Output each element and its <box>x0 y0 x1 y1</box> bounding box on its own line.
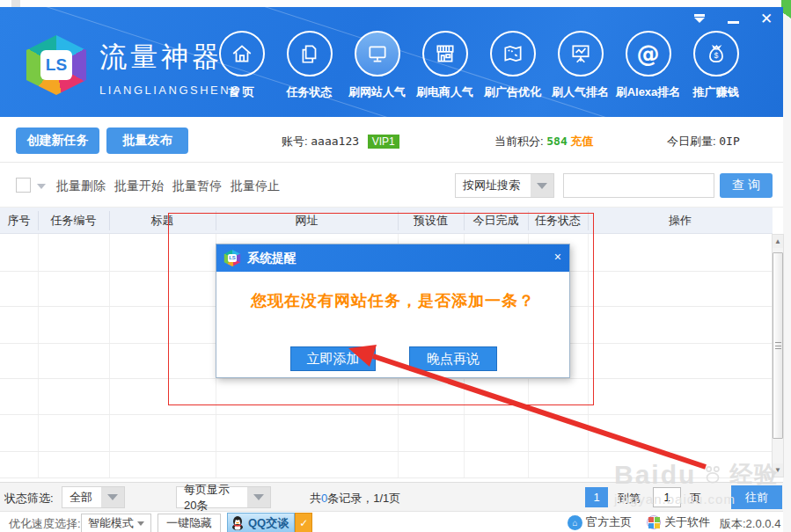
nav-item-website-traffic[interactable]: 刷网站人气 <box>343 31 411 100</box>
status-filter-label: 状态筛选: <box>4 491 54 506</box>
points-label: 当前积分: <box>494 135 544 148</box>
nav-item-home[interactable]: 首 页 <box>208 31 275 100</box>
account-info: 账号: aaaa123 VIP1 <box>282 134 399 149</box>
map-icon <box>490 31 536 77</box>
table-header: 序号 任务编号 标题 网址 预设值 今日完成 任务状态 操作 <box>0 208 773 234</box>
today-volume-info: 今日刷量: 0IP <box>667 134 740 149</box>
windows-flag-icon <box>647 515 661 529</box>
search-type-value: 按网址搜索 <box>456 178 531 193</box>
logo-monogram: LS <box>40 50 72 80</box>
current-page-button[interactable]: 1 <box>585 487 608 507</box>
col-header-index: 序号 <box>0 208 38 234</box>
col-header-done-today: 今日完成 <box>464 208 528 234</box>
nav-item-task-status[interactable]: 任务状态 <box>275 31 343 100</box>
chevron-down-icon <box>101 487 124 507</box>
col-header-status: 任务状态 <box>528 208 588 234</box>
col-header-preset: 预设值 <box>398 208 464 234</box>
window-controls: ✕ <box>690 11 776 26</box>
today-value: 0IP <box>719 135 739 148</box>
per-page-value: 每页显示20条 <box>177 482 247 514</box>
goto-page-input[interactable] <box>653 487 681 507</box>
col-header-url: 网址 <box>216 208 398 234</box>
batch-bar: 批量删除 批量开始 批量暂停 批量停止 按网址搜索 查 询 <box>0 164 783 208</box>
search-type-select[interactable]: 按网址搜索 <box>455 173 554 198</box>
nav-item-promote-earn[interactable]: $ 推广赚钱 <box>682 31 750 100</box>
search-input[interactable] <box>563 173 714 198</box>
nav-item-alexa-ranking[interactable]: @ 刷Alexa排名 <box>614 31 682 100</box>
scroll-up-icon[interactable]: ▲ <box>773 235 783 248</box>
desktop-background-right <box>783 0 791 532</box>
batch-start-link[interactable]: 批量开始 <box>114 179 164 194</box>
home-icon <box>219 31 265 77</box>
select-dropdown-icon[interactable] <box>37 184 46 189</box>
scroll-down-icon[interactable]: ▼ <box>773 463 783 477</box>
background-window-fragment <box>11 0 20 7</box>
goto-label: 到第 <box>618 491 641 506</box>
pagination-bar: 状态筛选: 全部 每页显示20条 共0条记录，1/1页 1 到第 页 往前 <box>0 482 783 511</box>
vip-badge: VIP1 <box>368 135 399 149</box>
nav-item-popularity-ranking[interactable]: 刷人气排名 <box>546 31 614 100</box>
one-key-hide-button[interactable]: 一键隐藏 <box>157 514 221 532</box>
about-software-link[interactable]: 关于软件 <box>647 514 710 530</box>
per-page-select[interactable]: 每页显示20条 <box>176 486 271 508</box>
qq-penguin-icon <box>231 515 245 531</box>
system-reminder-dialog: LS 系统提醒 × 您现在没有网站任务，是否添加一条？ 立即添加 晚点再说 <box>216 244 570 378</box>
qq-verified-icon: ✓ <box>295 513 312 532</box>
status-bar: 优化速度选择: 智能模式 一键隐藏 QQ交谈 ✓ ⌂ 官方主页 关于软件 版本: <box>0 511 783 532</box>
app-logo: LS <box>24 35 89 95</box>
screenshot-stage: ✕ LS 流量神器 LIANGLIANGSHENQI 首 页 <box>0 0 791 532</box>
forward-button[interactable]: 往前 <box>731 485 782 509</box>
col-header-actions: 操作 <box>588 208 773 234</box>
app-window: ✕ LS 流量神器 LIANGLIANGSHENQI 首 页 <box>0 7 783 532</box>
nav-item-ecommerce-traffic[interactable]: 刷电商人气 <box>411 31 479 100</box>
speed-label: 优化速度选择: <box>9 516 81 532</box>
svg-text:$: $ <box>714 51 718 60</box>
official-homepage-link[interactable]: ⌂ 官方主页 <box>568 514 632 530</box>
recharge-link[interactable]: 充值 <box>570 135 593 148</box>
minimize-icon[interactable] <box>723 11 743 26</box>
points-info: 当前积分: 584 充值 <box>494 134 593 149</box>
create-task-button[interactable]: 创建新任务 <box>16 128 99 154</box>
skin-icon[interactable] <box>690 11 709 26</box>
qq-chat-button[interactable]: QQ交谈 ✓ <box>227 513 312 532</box>
batch-delete-link[interactable]: 批量删除 <box>56 179 106 194</box>
later-button[interactable]: 晚点再说 <box>409 346 497 371</box>
home-circle-icon: ⌂ <box>568 515 582 530</box>
col-header-task-id: 任务编号 <box>38 208 109 234</box>
nav-item-ad-optimization[interactable]: 刷广告优化 <box>479 31 546 100</box>
chevron-down-icon <box>247 487 270 507</box>
account-label: 账号: <box>282 135 308 148</box>
speed-mode-select[interactable]: 智能模式 <box>81 514 151 532</box>
account-value: aaaa123 <box>311 135 359 148</box>
status-filter-select[interactable]: 全部 <box>62 486 125 508</box>
dialog-logo-icon: LS <box>223 250 241 266</box>
add-now-button[interactable]: 立即添加 <box>290 346 376 371</box>
monitor-icon <box>355 31 400 77</box>
at-icon: @ <box>626 31 671 77</box>
desktop-background-strip <box>0 0 791 7</box>
close-icon[interactable]: ✕ <box>757 11 776 26</box>
query-button[interactable]: 查 询 <box>720 173 773 198</box>
dialog-message: 您现在没有网站任务，是否添加一条？ <box>216 290 569 311</box>
dialog-title: 系统提醒 <box>247 251 297 266</box>
main-nav: 首 页 任务状态 刷网站人气 <box>208 31 750 100</box>
presentation-chart-icon <box>558 31 604 77</box>
today-label: 今日刷量: <box>667 135 716 148</box>
batch-stop-link[interactable]: 批量停止 <box>231 179 280 194</box>
dialog-titlebar[interactable]: LS 系统提醒 × <box>216 244 569 272</box>
chevron-down-icon <box>531 174 553 197</box>
page-unit-label: 页 <box>690 491 701 506</box>
batch-pause-link[interactable]: 批量暂停 <box>172 179 222 194</box>
app-header: ✕ LS 流量神器 LIANGLIANGSHENQI 首 页 <box>0 7 783 117</box>
version-text: 版本:2.0.0.4 <box>720 516 780 532</box>
table-scrollbar[interactable]: ▲ ▼ <box>772 234 784 477</box>
dialog-close-icon[interactable]: × <box>554 251 561 263</box>
documents-icon <box>287 31 333 77</box>
qq-chat-label: QQ交谈 <box>248 515 289 531</box>
select-all-checkbox[interactable] <box>16 178 31 193</box>
batch-publish-button[interactable]: 批量发布 <box>106 128 188 154</box>
points-value: 584 <box>546 135 567 148</box>
scrollbar-thumb[interactable] <box>773 252 783 439</box>
storefront-icon <box>422 31 468 77</box>
col-header-title: 标题 <box>109 208 216 234</box>
